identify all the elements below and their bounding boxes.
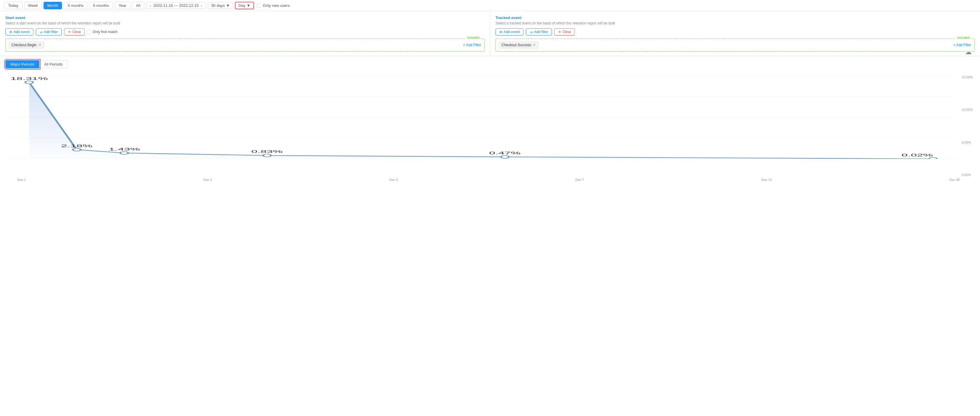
download-cloud-icon[interactable]: ☁ [965, 48, 972, 56]
tracked-event-actions: ⊕ Add event ⊿ Add filter ✕ Clear [495, 28, 975, 35]
label-day2: 2.18% [61, 144, 92, 148]
x-day1: Day 1 [17, 178, 26, 181]
start-add-event-button[interactable]: ⊕ Add event [5, 28, 33, 35]
clear-x-icon: ✕ [68, 30, 71, 34]
day-select-value: Day [239, 3, 245, 8]
tracked-add-filter-button[interactable]: ⊿ Add filter [526, 28, 552, 35]
all-periods-tab[interactable]: All Periods [39, 60, 68, 68]
start-included-label: Included [466, 36, 480, 39]
next-date-arrow[interactable]: › [200, 3, 203, 8]
point-day7 [263, 154, 271, 157]
chart-tabs: Major Periods All Periods [5, 60, 68, 68]
start-clear-button[interactable]: ✕ Clear [64, 28, 85, 35]
start-add-filter-button[interactable]: ⊿ Add filter [36, 28, 62, 35]
tracked-clear-label: Clear [562, 30, 571, 34]
filter-icon: ⊿ [40, 30, 43, 34]
6months-button[interactable]: 6 months [89, 2, 113, 9]
point-day3 [121, 152, 129, 154]
start-event-included-box: Included Checkout Begin ✕ + Add Filter [5, 38, 485, 52]
start-event-actions: ⊕ Add event ⊿ Add filter ✕ Clear Only fi… [5, 28, 485, 35]
date-end: 2022.12.15 [179, 3, 199, 8]
prev-date-arrow[interactable]: ‹ [149, 3, 152, 8]
3months-button[interactable]: 3 months [64, 2, 88, 9]
x-day7: Day 7 [576, 178, 584, 181]
day-select-arrow: ▼ [247, 3, 250, 8]
only-first-match-container: Only first match [87, 30, 118, 34]
year-button[interactable]: Year [115, 2, 130, 9]
start-add-filter-label: Add filter [44, 30, 58, 34]
days-label: 30 days [211, 3, 225, 8]
start-event-tag: Checkout Begin ✕ [9, 42, 44, 48]
tracked-included-label: Included [956, 36, 971, 39]
point-day14 [501, 156, 509, 158]
only-first-match-label: Only first match [93, 30, 118, 34]
month-button[interactable]: Month [43, 2, 62, 9]
start-event-tag-close[interactable]: ✕ [38, 43, 41, 47]
label-day30: 0.02% [902, 153, 933, 157]
point-day30 [929, 157, 937, 159]
x-day2: Day 2 [203, 178, 212, 181]
point-day1 [25, 81, 33, 84]
date-start: 2022.11.16 [154, 3, 173, 8]
start-clear-label: Clear [72, 30, 81, 34]
chart-area: 18.31% 2.18% 1.43% 0.83% 0.47% 0.02% 15.… [5, 75, 975, 177]
x-axis: Day 1 Day 2 Day 3 Day 7 Day 14 Day 30 [5, 177, 975, 181]
start-event-panel: Start event Select a start event on the … [0, 11, 490, 56]
label-day7: 0.83% [251, 149, 283, 154]
tracked-filter-icon: ⊿ [530, 30, 533, 34]
start-event-title: Start event [5, 16, 485, 20]
y-0: 0.00% [962, 173, 973, 177]
x-day30: Day 30 [949, 178, 960, 181]
start-event-tag-name: Checkout Begin [11, 43, 37, 47]
chart-section: Major Periods All Periods ☁ [0, 56, 980, 181]
tracked-event-panel: Tracked event Select a tracked event on … [490, 11, 980, 56]
only-new-users-label: Only new users [263, 3, 290, 8]
start-add-event-label: Add event [13, 30, 30, 34]
label-day14: 0.47% [489, 151, 520, 155]
only-first-match-checkbox[interactable] [87, 30, 91, 34]
chart-fill-area [29, 82, 933, 159]
y-10: 10.00% [962, 108, 973, 111]
tracked-event-tag: Checkout Success ✕ [499, 42, 538, 48]
all-button[interactable]: All [132, 2, 144, 9]
x-day3: Day 3 [390, 178, 398, 181]
days-dropdown[interactable]: 30 days ▼ [208, 2, 233, 9]
date-range-nav[interactable]: ‹ 2022.11.16 — 2022.12.15 › [146, 2, 206, 9]
only-new-users-checkbox[interactable] [257, 3, 261, 8]
y-15: 15.00% [962, 75, 973, 79]
label-day1: 18.31% [10, 76, 48, 81]
start-event-desc: Select a start event on the basis of whi… [5, 21, 485, 25]
day-select[interactable]: Day ▼ [235, 2, 254, 9]
y-5: 5.00% [962, 141, 973, 144]
y-axis: 15.00% 10.00% 5.00% 0.00% [960, 75, 975, 177]
tracked-event-desc: Select a tracked event on the basis of w… [495, 21, 975, 25]
point-day2 [73, 148, 81, 151]
tracked-clear-button[interactable]: ✕ Clear [554, 28, 575, 35]
tracked-event-included-box: Included Checkout Success ✕ + Add Filter [495, 38, 975, 52]
tracked-plus-icon: ⊕ [500, 30, 503, 34]
tracked-event-tag-name: Checkout Success [501, 43, 531, 47]
toolbar: Today Week Month 3 months 6 months Year … [0, 0, 980, 11]
retention-line [29, 82, 933, 159]
start-add-filter-link[interactable]: + Add Filter [463, 43, 481, 47]
tracked-add-filter-label: Add filter [534, 30, 548, 34]
label-day3: 1.43% [108, 147, 140, 151]
tracked-add-event-label: Add event [504, 30, 520, 34]
days-dropdown-arrow: ▼ [226, 3, 230, 8]
tracked-event-tag-close[interactable]: ✕ [533, 43, 536, 47]
date-separator: — [174, 3, 178, 8]
events-section: Start event Select a start event on the … [0, 11, 980, 56]
tracked-clear-x-icon: ✕ [558, 30, 561, 34]
only-new-users-container: Only new users [257, 3, 290, 8]
tracked-event-title: Tracked event [495, 16, 975, 20]
major-periods-tab[interactable]: Major Periods [5, 60, 39, 68]
week-button[interactable]: Week [24, 2, 42, 9]
today-button[interactable]: Today [4, 2, 22, 9]
retention-chart: 18.31% 2.18% 1.43% 0.83% 0.47% 0.02% [5, 75, 957, 159]
plus-circle-icon: ⊕ [9, 30, 12, 34]
x-day14: Day 14 [762, 178, 772, 181]
tracked-add-filter-link[interactable]: + Add Filter [953, 43, 971, 47]
tracked-add-event-button[interactable]: ⊕ Add event [495, 28, 523, 35]
